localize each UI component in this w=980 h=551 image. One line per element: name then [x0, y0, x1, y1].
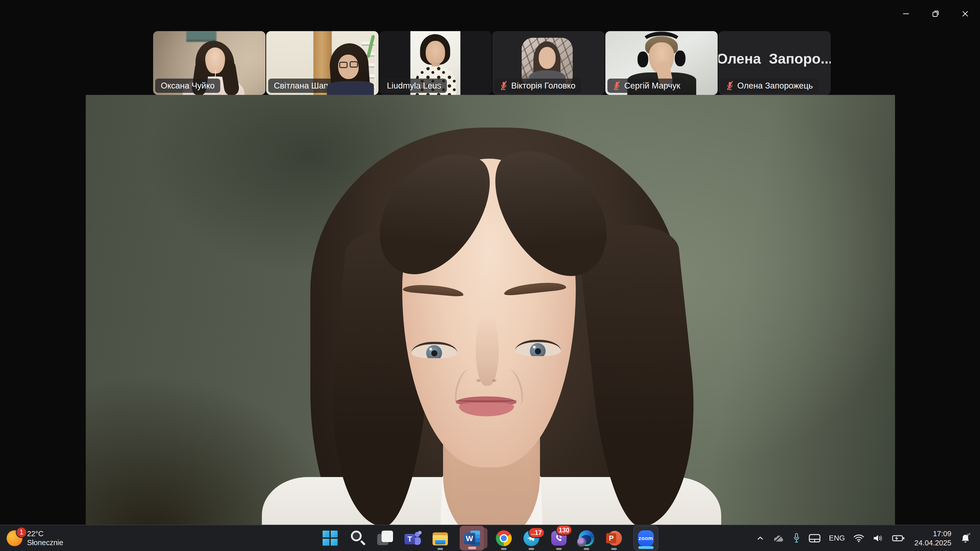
battery-charging-icon: [892, 534, 905, 543]
viber-badge: 130: [556, 525, 572, 535]
edge-profile-avatar: [577, 537, 586, 547]
do-not-disturb-bell-icon: z z: [959, 532, 971, 544]
participant-tile-serhii[interactable]: Сергій Марчук: [605, 31, 718, 95]
participant-name-label: Сергій Марчук: [608, 79, 686, 93]
start-button[interactable]: [322, 526, 338, 551]
clock[interactable]: 17:09 24.04.2025: [915, 529, 951, 548]
wall-picture-art: [186, 31, 216, 42]
tray-time: 17:09: [933, 529, 951, 538]
touchpad-icon: [808, 533, 821, 543]
glasses-art: [350, 61, 358, 68]
participant-tile-svitlana[interactable]: Світлана Шаповалова: [266, 31, 379, 95]
tray-date: 24.04.2025: [915, 538, 951, 548]
running-indicator: [556, 548, 562, 550]
file-explorer-button[interactable]: [432, 526, 449, 551]
task-view-icon: [377, 530, 393, 546]
file-explorer-icon: [432, 531, 448, 546]
svg-text:z: z: [969, 532, 970, 535]
word-app-button[interactable]: W: [460, 526, 484, 551]
zoom-icon: zoom: [638, 530, 654, 546]
restore-button[interactable]: [921, 0, 950, 27]
participant-tile-viktoriia[interactable]: Вікторія Головко: [492, 31, 605, 95]
microphone-icon: [793, 533, 800, 544]
notification-center-button[interactable]: z z: [959, 532, 971, 544]
language-indicator[interactable]: ENG: [829, 534, 845, 542]
volume-button[interactable]: [873, 534, 884, 543]
teams-icon: T: [404, 530, 421, 546]
participant-name: Олена Запорожець: [737, 81, 813, 91]
viber-app-button[interactable]: 130: [551, 526, 567, 551]
weather-sun-icon: 1: [6, 530, 22, 546]
task-view-button[interactable]: [377, 526, 393, 551]
edge-icon: [579, 530, 594, 546]
teams-letter: T: [404, 534, 415, 545]
participant-face-art: [205, 48, 225, 73]
search-icon: [350, 530, 365, 546]
muted-mic-icon: [613, 81, 620, 91]
speaker-nose-art: [473, 377, 500, 384]
onedrive-status-button[interactable]: [773, 534, 784, 543]
powerpoint-app-button[interactable]: P: [606, 526, 622, 551]
participant-name: Оксана Чуйко: [161, 81, 215, 91]
telegram-app-button[interactable]: ..17: [523, 526, 539, 551]
weather-widget[interactable]: 1 22°C Słonecznie: [6, 525, 63, 551]
speaker-icon: [873, 534, 884, 543]
battery-button[interactable]: [892, 534, 905, 543]
edge-app-button[interactable]: [578, 526, 595, 551]
zoom-meeting-screen: Оксана Чуйко Світлана Шаповалова Liudmyl…: [0, 0, 980, 551]
svg-text:z: z: [967, 533, 969, 537]
weather-condition: Słonecznie: [27, 538, 63, 547]
word-icon: W: [464, 530, 480, 546]
touch-keyboard-button[interactable]: [808, 533, 821, 543]
main-speaker-video[interactable]: [86, 95, 895, 525]
close-icon: [961, 10, 969, 18]
participant-face-art: [539, 47, 555, 69]
weather-text: 22°C Słonecznie: [27, 529, 63, 547]
powerpoint-icon: P: [606, 530, 622, 546]
participant-name-label: Вікторія Головко: [494, 79, 581, 93]
windows-start-icon: [323, 530, 338, 546]
chrome-app-button[interactable]: [496, 526, 512, 551]
running-indicator: [584, 548, 589, 550]
participant-name: Вікторія Головко: [511, 81, 576, 91]
speaker-iris-art: [530, 343, 546, 356]
running-indicator: [501, 548, 507, 550]
tray-overflow-button[interactable]: [756, 534, 765, 543]
windows-taskbar: 1 22°C Słonecznie: [0, 525, 980, 551]
system-tray: ENG: [756, 525, 971, 551]
notification-badge: 1: [16, 527, 27, 538]
muted-mic-icon: [726, 81, 734, 91]
participant-name: Сергій Марчук: [624, 81, 680, 91]
speaker-lips-art: [455, 399, 517, 402]
participant-display-name: Олена Запоро...: [718, 31, 831, 86]
minimize-icon: [902, 10, 910, 18]
headphones-earcup-art: [675, 51, 686, 66]
running-indicator: [528, 548, 534, 550]
gym-bar-art: [366, 35, 375, 58]
participant-name-label: Олена Запорожець: [721, 79, 818, 93]
microphone-in-use-button[interactable]: [793, 533, 800, 544]
chevron-up-icon: [756, 534, 765, 543]
participant-tile-liudmyla[interactable]: Liudmyla Leus: [379, 31, 492, 95]
wifi-button[interactable]: [853, 534, 864, 543]
participant-tile-oksana[interactable]: Оксана Чуйко: [153, 31, 266, 95]
speaker-nose-art: [476, 314, 499, 386]
close-button[interactable]: [950, 0, 980, 27]
telegram-badge: ..17: [528, 527, 545, 538]
running-indicator: [438, 548, 443, 550]
weather-temperature: 22°C: [27, 529, 63, 538]
speaker-pupil-art: [535, 348, 541, 354]
chrome-icon: [496, 530, 512, 546]
participant-name-label: Оксана Чуйко: [155, 79, 220, 93]
window-controls: [891, 0, 980, 27]
word-letter: W: [464, 533, 475, 544]
teams-app-button[interactable]: T: [404, 526, 421, 551]
running-indicator: [611, 548, 617, 550]
zoom-app-button[interactable]: zoom: [633, 526, 658, 551]
participant-body-art: [327, 81, 374, 95]
search-button[interactable]: [349, 526, 366, 551]
taskbar-apps: T W: [322, 525, 658, 551]
restore-icon: [931, 10, 940, 18]
participant-tile-olena[interactable]: Олена Запоро... Олена Запорожець: [718, 31, 831, 95]
minimize-button[interactable]: [891, 0, 921, 27]
